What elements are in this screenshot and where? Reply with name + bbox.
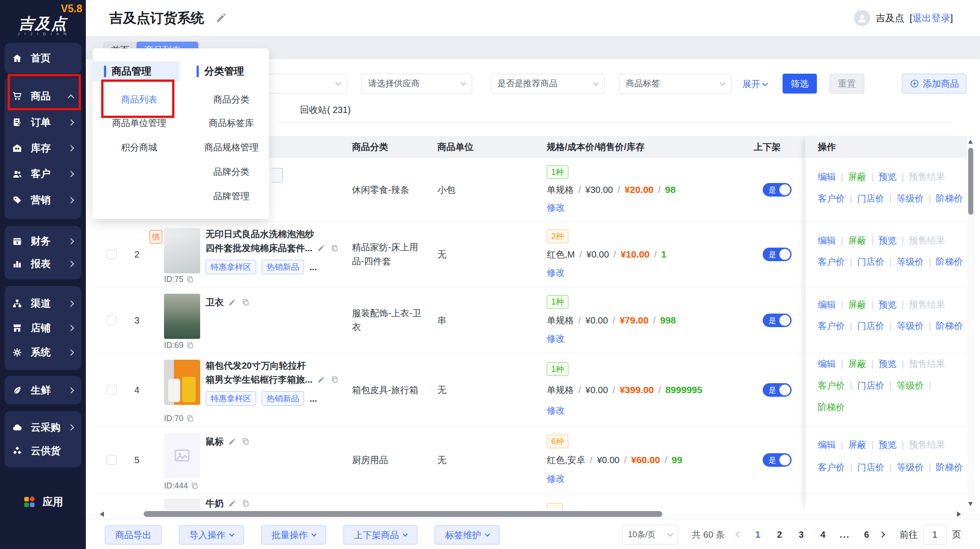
action-ladder-price[interactable]: 阶梯价 xyxy=(818,402,845,412)
copy-icon[interactable] xyxy=(242,298,251,307)
row-checkbox[interactable] xyxy=(107,385,117,395)
next-page-arrow[interactable] xyxy=(879,531,885,538)
goto-page-input[interactable] xyxy=(923,525,947,544)
page-number[interactable]: 4 xyxy=(818,530,828,540)
vertical-scrollbar[interactable] xyxy=(967,136,974,510)
copy-icon[interactable] xyxy=(242,499,251,508)
page-number[interactable]: 1 xyxy=(753,530,763,540)
vertical-scroll-thumb[interactable] xyxy=(968,148,973,215)
action-presale-result[interactable]: 预售结果 xyxy=(909,300,945,310)
menu-item-points-mall[interactable]: 积分商城 xyxy=(101,141,178,154)
menu-item-brand-management[interactable]: 品牌管理 xyxy=(193,190,270,202)
edit-icon[interactable] xyxy=(228,437,237,446)
edit-icon[interactable] xyxy=(228,499,237,508)
page-ellipsis[interactable]: ... xyxy=(839,530,850,540)
sidebar-item-cloud-purchase[interactable]: 云采购 xyxy=(5,421,81,434)
action-level-price[interactable]: 等级价 xyxy=(896,380,924,390)
action-presale-result[interactable]: 预售结果 xyxy=(909,440,945,450)
supplier-select[interactable]: 请选择供应商 xyxy=(361,74,472,94)
sidebar-item-orders[interactable]: 订单 xyxy=(5,116,81,129)
shelf-toggle[interactable]: 是 xyxy=(763,314,792,327)
action-edit[interactable]: 编辑 xyxy=(818,359,836,369)
action-presale-result[interactable]: 预售结果 xyxy=(909,359,945,369)
menu-item-brand-category[interactable]: 品牌分类 xyxy=(193,166,270,178)
action-edit[interactable]: 编辑 xyxy=(818,440,836,450)
sidebar-item-fresh[interactable]: 生鲜 xyxy=(5,384,81,397)
menu-item-product-category[interactable]: 商品分类 xyxy=(193,94,270,106)
add-product-button[interactable]: 添加商品 xyxy=(902,74,966,94)
action-level-price[interactable]: 等级价 xyxy=(896,462,924,472)
action-ladder-price[interactable]: 阶梯价 xyxy=(936,193,963,203)
recommend-select[interactable]: 是否是推荐商品 xyxy=(491,74,605,94)
action-customer-price[interactable]: 客户价 xyxy=(818,193,845,203)
copy-icon[interactable] xyxy=(186,341,195,350)
sidebar-item-system[interactable]: 系统 xyxy=(5,346,81,359)
row-checkbox[interactable] xyxy=(107,249,117,259)
action-level-price[interactable]: 等级价 xyxy=(896,193,924,203)
horizontal-scroll-thumb[interactable] xyxy=(144,511,662,517)
action-preview[interactable]: 预览 xyxy=(878,440,896,450)
action-block[interactable]: 屏蔽 xyxy=(848,172,866,182)
menu-item-product-spec-management[interactable]: 商品规格管理 xyxy=(193,141,270,154)
action-preview[interactable]: 预览 xyxy=(878,300,896,310)
action-edit[interactable]: 编辑 xyxy=(818,235,836,245)
reset-button[interactable]: 重置 xyxy=(830,74,864,94)
sidebar-item-customers[interactable]: 客户 xyxy=(5,167,81,181)
page-number[interactable]: 6 xyxy=(862,530,872,540)
scroll-up-arrow[interactable] xyxy=(968,140,973,144)
edit-icon[interactable] xyxy=(317,244,326,253)
edit-icon[interactable] xyxy=(317,375,326,385)
action-store-price[interactable]: 门店价 xyxy=(857,257,884,267)
action-preview[interactable]: 预览 xyxy=(878,359,896,369)
sidebar-item-reports[interactable]: 报表 xyxy=(5,257,81,271)
edit-title-icon[interactable] xyxy=(216,12,227,23)
action-block[interactable]: 屏蔽 xyxy=(848,359,866,369)
filter-button[interactable]: 筛选 xyxy=(783,74,817,94)
tag-maintenance-button[interactable]: 标签维护 xyxy=(435,526,500,544)
sidebar-item-finance[interactable]: ¥ 财务 xyxy=(5,235,81,248)
shelf-toggle[interactable]: 是 xyxy=(763,248,792,261)
batch-actions-button[interactable]: 批量操作 xyxy=(261,526,326,544)
more-tags[interactable]: ... xyxy=(309,394,317,404)
action-store-price[interactable]: 门店价 xyxy=(857,321,884,331)
copy-icon[interactable] xyxy=(331,244,340,253)
menu-item-product-tag-library[interactable]: 商品标签库 xyxy=(193,117,270,129)
action-store-price[interactable]: 门店价 xyxy=(857,193,884,203)
shelf-toggle[interactable]: 是 xyxy=(763,183,792,197)
prev-page-arrow[interactable] xyxy=(736,531,742,538)
copy-icon[interactable] xyxy=(242,437,251,446)
copy-icon[interactable] xyxy=(186,275,195,284)
action-block[interactable]: 屏蔽 xyxy=(848,235,866,245)
action-edit[interactable]: 编辑 xyxy=(818,172,836,182)
copy-icon[interactable] xyxy=(191,482,200,491)
menu-item-product-unit-management[interactable]: 商品单位管理 xyxy=(101,117,178,129)
action-presale-result[interactable]: 预售结果 xyxy=(909,172,945,182)
row-checkbox[interactable] xyxy=(107,315,117,325)
sidebar-item-channels[interactable]: 渠道 xyxy=(5,297,81,310)
scroll-down-arrow[interactable] xyxy=(968,502,973,506)
avatar[interactable] xyxy=(854,10,870,26)
modify-link[interactable]: 修改 xyxy=(547,267,565,279)
shelf-products-button[interactable]: 上下架商品 xyxy=(343,526,417,544)
page-number[interactable]: 3 xyxy=(796,530,806,540)
sidebar-item-apps[interactable]: 应用 xyxy=(0,495,86,509)
product-tag-select[interactable]: 商品标签 xyxy=(619,74,731,94)
page-size-select[interactable]: 10条/页 xyxy=(622,525,678,544)
horizontal-scrollbar[interactable] xyxy=(97,510,969,519)
logout-link[interactable]: [退出登录] xyxy=(910,12,953,24)
action-store-price[interactable]: 门店价 xyxy=(857,380,884,390)
more-tags[interactable]: ... xyxy=(309,262,317,272)
action-level-price[interactable]: 等级价 xyxy=(896,321,924,331)
action-ladder-price[interactable]: 阶梯价 xyxy=(936,321,963,331)
sidebar-item-inventory[interactable]: 库存 xyxy=(5,141,81,155)
modify-link[interactable]: 修改 xyxy=(547,202,565,214)
modify-link[interactable]: 修改 xyxy=(547,473,565,485)
action-edit[interactable]: 编辑 xyxy=(818,300,836,310)
sidebar-item-marketing[interactable]: 营销 xyxy=(5,193,81,207)
modify-link[interactable]: 修改 xyxy=(547,404,565,416)
sidebar-item-home[interactable]: 首页 xyxy=(5,52,81,65)
action-customer-price[interactable]: 客户价 xyxy=(818,321,845,331)
import-actions-button[interactable]: 导入操作 xyxy=(179,526,244,544)
scroll-right-arrow[interactable] xyxy=(957,511,961,517)
edit-icon[interactable] xyxy=(228,298,237,307)
